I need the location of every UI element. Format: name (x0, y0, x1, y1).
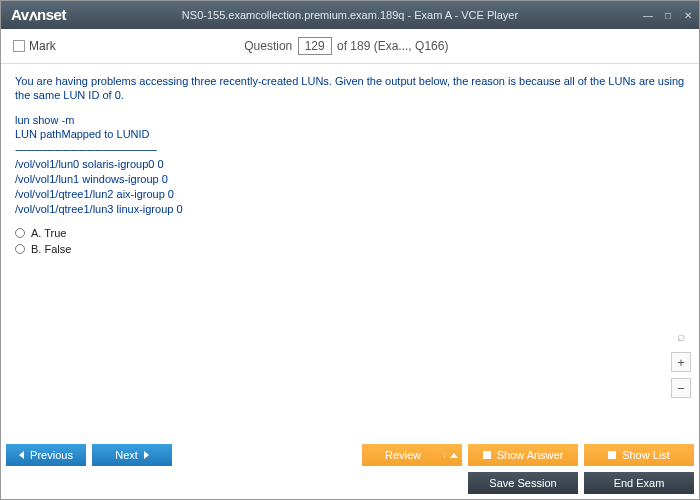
maximize-icon[interactable]: □ (661, 8, 675, 22)
app-logo: Avᴧnset (11, 6, 66, 24)
show-list-button[interactable]: Show List (584, 444, 694, 466)
question-word: Question (244, 39, 292, 53)
output-line: LUN pathMapped to LUNID (15, 127, 685, 142)
minimize-icon[interactable]: — (641, 8, 655, 22)
save-session-button[interactable]: Save Session (468, 472, 578, 494)
show-list-label: Show List (622, 449, 670, 461)
output-line: lun show -m (15, 113, 685, 128)
output-line: /vol/vol1/lun1 windows-igroup 0 (15, 172, 685, 187)
question-of-text: of 189 (Exa..., Q166) (337, 39, 448, 53)
review-button[interactable]: Review (362, 444, 462, 466)
next-button[interactable]: Next (92, 444, 172, 466)
previous-button[interactable]: Previous (6, 444, 86, 466)
option-a-label: A. True (31, 227, 66, 239)
mark-checkbox[interactable] (13, 40, 25, 52)
review-label: Review (362, 449, 444, 461)
zoom-out-button[interactable]: − (671, 378, 691, 398)
next-label: Next (115, 449, 138, 461)
radio-icon[interactable] (15, 244, 25, 254)
footer-row-1: Previous Next Review Show Answer Show Li… (0, 440, 700, 470)
answer-options: A. True B. False (15, 227, 685, 255)
question-header: Mark Question 129 of 189 (Exa..., Q166) (1, 29, 699, 64)
show-answer-button[interactable]: Show Answer (468, 444, 578, 466)
chevron-up-icon[interactable] (444, 453, 462, 458)
option-b-label: B. False (31, 243, 71, 255)
footer: Previous Next Review Show Answer Show Li… (0, 440, 700, 500)
mark-checkbox-wrap[interactable]: Mark (13, 39, 56, 53)
output-line: /vol/vol1/qtree1/lun3 linux-igroup 0 (15, 202, 685, 217)
question-text: You are having problems accessing three … (15, 74, 685, 103)
close-icon[interactable]: ✕ (681, 8, 695, 22)
option-a[interactable]: A. True (15, 227, 685, 239)
question-number-input[interactable]: 129 (298, 37, 332, 55)
footer-row-2: Save Session End Exam (0, 470, 700, 500)
output-line: /vol/vol1/qtree1/lun2 aix-igroup 0 (15, 187, 685, 202)
chevron-left-icon (19, 451, 24, 459)
search-icon[interactable]: ⌕ (671, 326, 691, 346)
zoom-in-button[interactable]: + (671, 352, 691, 372)
chevron-right-icon (144, 451, 149, 459)
option-b[interactable]: B. False (15, 243, 685, 255)
output-separator: ----------------------------------------… (15, 142, 685, 157)
stop-icon (483, 451, 491, 459)
question-content: You are having problems accessing three … (1, 64, 699, 404)
question-counter: Question 129 of 189 (Exa..., Q166) (56, 37, 637, 55)
previous-label: Previous (30, 449, 73, 461)
stop-icon (608, 451, 616, 459)
window-title: NS0-155.examcollection.premium.exam.189q… (182, 9, 518, 21)
mark-label: Mark (29, 39, 56, 53)
end-exam-button[interactable]: End Exam (584, 472, 694, 494)
show-answer-label: Show Answer (497, 449, 564, 461)
window-controls: — □ ✕ (641, 8, 695, 22)
output-line: /vol/vol1/lun0 solaris-igroup0 0 (15, 157, 685, 172)
titlebar: Avᴧnset NS0-155.examcollection.premium.e… (1, 1, 699, 29)
radio-icon[interactable] (15, 228, 25, 238)
zoom-controls: ⌕ + − (671, 326, 691, 398)
